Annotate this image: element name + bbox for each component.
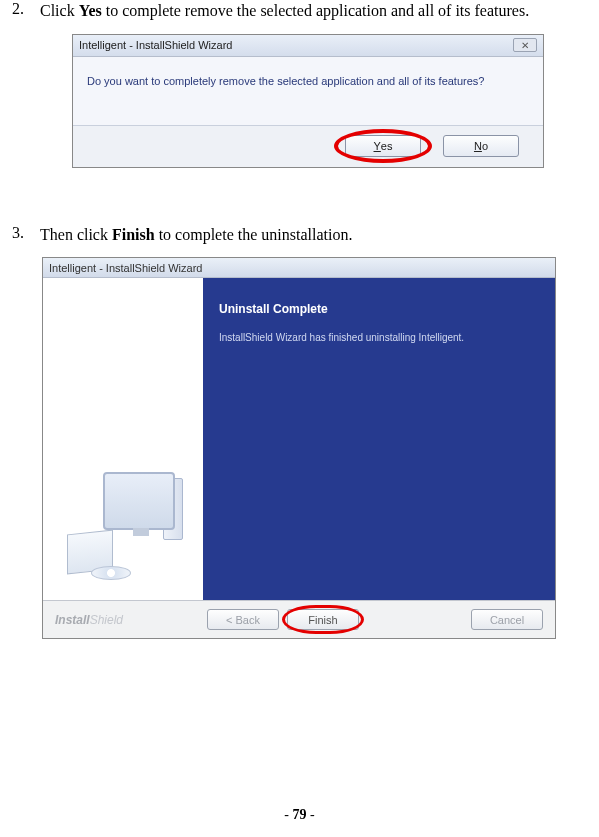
uninstall-complete-dialog: Intelligent - InstallShield Wizard Unins… <box>42 257 556 639</box>
wizard-sidebar <box>43 278 203 600</box>
finish-button[interactable]: Finish <box>287 609 359 630</box>
step-2-number: 2. <box>12 0 40 22</box>
dialog-titlebar: Intelligent - InstallShield Wizard ✕ <box>73 35 543 57</box>
step-2: 2. Click Yes to complete remove the sele… <box>0 0 599 22</box>
confirm-remove-dialog: Intelligent - InstallShield Wizard ✕ Do … <box>72 34 544 168</box>
installshield-brand: InstallShield <box>55 613 123 627</box>
no-button[interactable]: No <box>443 135 519 157</box>
uninstall-message: InstallShield Wizard has finished uninst… <box>219 332 539 343</box>
dialog-footer: Yes No <box>73 125 543 167</box>
step-3-number: 3. <box>12 224 40 246</box>
dialog2-body: Uninstall Complete InstallShield Wizard … <box>43 278 555 600</box>
dialog2-title: Intelligent - InstallShield Wizard <box>49 262 202 274</box>
uninstall-heading: Uninstall Complete <box>219 302 539 316</box>
step-3: 3. Then click Finish to complete the uni… <box>0 224 599 246</box>
cancel-button[interactable]: Cancel <box>471 609 543 630</box>
step-3-text: Then click Finish to complete the uninst… <box>40 224 599 246</box>
yes-button[interactable]: Yes <box>345 135 421 157</box>
back-button[interactable]: < Back <box>207 609 279 630</box>
dialog-title: Intelligent - InstallShield Wizard <box>79 39 232 51</box>
close-icon: ✕ <box>521 40 529 51</box>
dialog2-footer: InstallShield < Back Finish Cancel <box>43 600 555 638</box>
page-number: - 79 - <box>0 807 599 823</box>
step-2-text: Click Yes to complete remove the selecte… <box>40 0 599 22</box>
close-button[interactable]: ✕ <box>513 38 537 52</box>
dialog2-titlebar: Intelligent - InstallShield Wizard <box>43 258 555 278</box>
dialog-message: Do you want to completely remove the sel… <box>73 57 543 125</box>
wizard-content: Uninstall Complete InstallShield Wizard … <box>203 278 555 600</box>
computer-clipart-icon <box>63 472 183 582</box>
